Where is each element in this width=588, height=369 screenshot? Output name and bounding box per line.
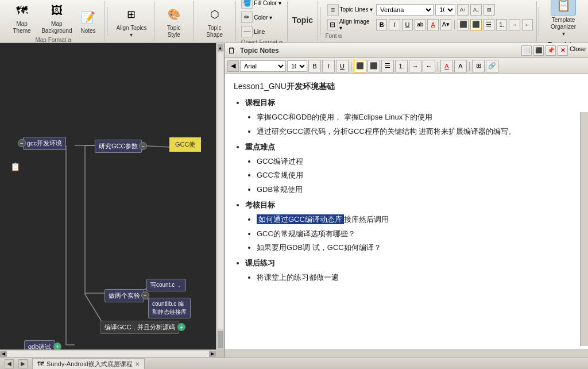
nav-next-button[interactable]: ▶ bbox=[18, 359, 28, 368]
main-toolbar: 🗺 Map Theme 🖼 MapBackground 📝 Notes Map … bbox=[0, 0, 588, 43]
line-button[interactable]: — Line bbox=[239, 25, 266, 38]
tab-close-button[interactable]: ✕ bbox=[135, 361, 140, 367]
font-family-select[interactable]: Verdana bbox=[376, 4, 434, 16]
outdent-button[interactable]: ← bbox=[522, 19, 533, 30]
notes-vscrollbar[interactable] bbox=[580, 112, 588, 346]
statusbar: ◀ ▶ 🗺 Sundy-Android嵌入式底层课程 ✕ bbox=[0, 358, 588, 369]
align-center-button[interactable]: ⬛ bbox=[470, 19, 481, 30]
topic-style-button[interactable]: 🎨 Topic Style bbox=[158, 3, 189, 40]
bullets-button[interactable]: ☰ bbox=[483, 19, 494, 30]
font-bottom-row: ⊟ Align Image ▾ B I U ab A A▾ ⬛ ⬛ ☰ 1. →… bbox=[326, 18, 533, 32]
notes-font-select[interactable]: Arial bbox=[240, 60, 286, 72]
nav-prev-button[interactable]: ◀ bbox=[5, 359, 14, 368]
notes-restore-button[interactable]: ⬜ bbox=[521, 45, 532, 56]
notes-bullets-button[interactable]: ☰ bbox=[381, 60, 394, 72]
topic-gcc-use[interactable]: GCC使 bbox=[169, 137, 201, 152]
scroll-right-btn[interactable]: ▶ bbox=[209, 351, 216, 357]
notes-bold-button[interactable]: B bbox=[308, 60, 321, 72]
map-theme-button[interactable]: 🗺 Map Theme bbox=[6, 0, 38, 36]
topic-lines-button[interactable]: ≡ Topic Lines ▾ bbox=[326, 3, 375, 16]
notes-table-button[interactable]: ⊞ bbox=[472, 60, 485, 72]
notes-panel-title: Topic Notes bbox=[238, 47, 519, 55]
notes-maximize-button[interactable]: ⬛ bbox=[533, 45, 544, 56]
indent-button[interactable]: → bbox=[509, 19, 520, 30]
notes-align-center-button[interactable]: ⬛ bbox=[368, 60, 380, 72]
expand-study-gcc[interactable]: − bbox=[139, 142, 147, 150]
align-image-button[interactable]: ⊟ Align Image ▾ bbox=[326, 18, 375, 32]
notes-indent-button[interactable]: → bbox=[409, 60, 421, 72]
expand-compile-gcc[interactable]: + bbox=[177, 323, 185, 331]
align-left-button[interactable]: ⬛ bbox=[458, 19, 469, 30]
notes-italic-button[interactable]: I bbox=[322, 60, 335, 72]
fill-color-button[interactable]: 🪣 Fill Color ▾ bbox=[239, 0, 283, 9]
topic-study-gcc-label: 研究GCC参数 bbox=[99, 143, 138, 149]
notes-assess-item-2: GCC的常规编译选项有哪些？ bbox=[257, 228, 579, 240]
topic-write-count[interactable]: 写count.c ， bbox=[146, 279, 186, 291]
notes-numbered-button[interactable]: 1. bbox=[395, 60, 408, 72]
topic-shape-icon: ⬡ bbox=[204, 4, 225, 25]
horizontal-scrollbar[interactable]: ◀ ▶ bbox=[0, 349, 216, 358]
topic-countlib-label: countlib.c 编和静态链接库 bbox=[152, 301, 187, 315]
notes-highlight-button[interactable]: A bbox=[454, 60, 467, 72]
font-color-button[interactable]: A bbox=[427, 19, 438, 30]
bold-button[interactable]: B bbox=[376, 19, 387, 30]
expand-gcc-env[interactable]: − bbox=[18, 139, 26, 147]
topic-shape-button[interactable]: ⬡ Topic Shape bbox=[197, 3, 232, 40]
notes-font-size-select[interactable]: 10 bbox=[287, 60, 307, 72]
numbered-button[interactable]: 1. bbox=[496, 19, 507, 30]
font-size-select[interactable]: 10 bbox=[435, 4, 455, 16]
font-separator bbox=[454, 20, 455, 29]
notes-section-objectives-heading: 课程目标 bbox=[245, 97, 579, 109]
topic-countlib[interactable]: countlib.c 编和静态链接库 bbox=[148, 298, 191, 318]
map-background-button[interactable]: 🖼 MapBackground bbox=[39, 0, 74, 36]
notes-section-assessment: 考核目标 如何通过GCC编译动态库接库然后调用 GCC的常规编译选项有哪些？ 如… bbox=[234, 199, 579, 254]
topic-two-exp[interactable]: 做两个实验 − bbox=[105, 289, 144, 302]
status-tab[interactable]: 🗺 Sundy-Android嵌入式底层课程 ✕ bbox=[32, 358, 145, 370]
notes-header-buttons: ⬜ ⬛ 📌 ✕ Close bbox=[521, 45, 586, 56]
align-topics-label: Align Topics ▾ bbox=[115, 25, 149, 39]
vertical-scrollbar[interactable]: ▲ ▼ bbox=[216, 43, 224, 358]
strikethrough-button[interactable]: ab bbox=[415, 19, 425, 30]
mindmap-canvas[interactable]: gcc开发环境 − 研究GCC参数 − GCC使 做两个实验 − 写count.… bbox=[0, 43, 224, 358]
align-topics-button[interactable]: ⊞ Align Topics ▾ bbox=[113, 3, 151, 40]
notes-icon: 📝 bbox=[78, 7, 99, 28]
font-size-up-button[interactable]: A↑ bbox=[457, 4, 469, 16]
templates-group: 📋 TemplateOrganizer ▾ Templates bbox=[541, 1, 586, 41]
topic-gcc-env-label: gcc开发环境 bbox=[27, 140, 62, 147]
scroll-up-btn[interactable]: ▲ bbox=[218, 44, 223, 51]
notes-link-button[interactable]: 🔗 bbox=[486, 60, 498, 72]
topic-compile-gcc[interactable]: 编译GCC，并且分析源码 + bbox=[100, 321, 179, 334]
notes-panel: 🗒 Topic Notes ⬜ ⬛ 📌 ✕ Close ◀ Arial 10 B… bbox=[224, 43, 588, 358]
notes-exercises-heading: 课后练习 bbox=[245, 257, 579, 270]
notes-pin-button[interactable]: 📌 bbox=[546, 45, 556, 56]
notes-exercise-item-1: 将课堂上的练习都做一遍 bbox=[257, 272, 579, 284]
template-organizer-button[interactable]: 📋 TemplateOrganizer ▾ bbox=[547, 0, 580, 39]
notes-outdent-button[interactable]: ← bbox=[423, 60, 435, 72]
font-top-row: ≡ Topic Lines ▾ Verdana 10 A↑ A↓ ⊞ bbox=[326, 3, 533, 16]
notes-sep3 bbox=[469, 62, 470, 71]
scroll-left-btn[interactable]: ◀ bbox=[0, 351, 7, 357]
notes-back-button[interactable]: ◀ bbox=[227, 60, 239, 72]
font-extra-button[interactable]: ⊞ bbox=[483, 4, 495, 16]
notes-close-label[interactable]: Close bbox=[570, 45, 586, 56]
notes-font-color-button[interactable]: A bbox=[440, 60, 453, 72]
topic-study-gcc[interactable]: 研究GCC参数 − bbox=[95, 140, 142, 153]
topic-compile-gcc-label: 编译GCC，并且分析源码 bbox=[105, 324, 175, 330]
underline-button[interactable]: U bbox=[402, 19, 413, 30]
font-size-down-button[interactable]: A↓ bbox=[470, 4, 482, 16]
scroll-thumb[interactable] bbox=[218, 331, 223, 348]
topic-gcc-env[interactable]: gcc开发环境 − bbox=[23, 137, 66, 150]
line-color-button[interactable]: ✏ Color ▾ bbox=[239, 11, 274, 24]
italic-button[interactable]: I bbox=[389, 19, 400, 30]
line-color-icon: ✏ bbox=[241, 11, 253, 23]
notes-hscrollbar[interactable] bbox=[225, 349, 588, 358]
notes-close-button[interactable]: ✕ bbox=[558, 45, 568, 56]
topic-label-group: Topic bbox=[288, 1, 318, 41]
notes-align-left-button[interactable]: ⬛ bbox=[354, 60, 366, 72]
notes-underline-button[interactable]: U bbox=[336, 60, 349, 72]
notes-content-title: Lesson1_GNU开发环境基础 bbox=[234, 80, 579, 93]
highlight-button[interactable]: A▾ bbox=[440, 19, 451, 30]
topic-shape-group: ⬡ Topic Shape bbox=[194, 1, 236, 41]
notes-content[interactable]: Lesson1_GNU开发环境基础 课程目标 掌握GCC和GDB的使用， 掌握E… bbox=[225, 74, 588, 358]
notes-button[interactable]: 📝 Notes bbox=[76, 6, 101, 36]
